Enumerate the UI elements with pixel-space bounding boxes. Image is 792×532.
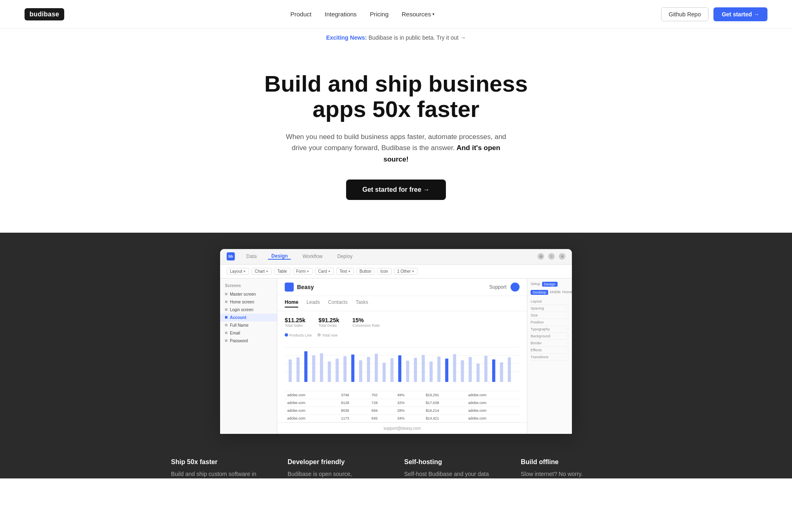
card-btn[interactable]: Card +: [315, 268, 334, 275]
sidebar-item-label: Login screen: [230, 308, 253, 312]
panel-tab-design[interactable]: Design: [542, 282, 558, 287]
app-nav-tab-home[interactable]: Home: [285, 299, 298, 308]
announcement-banner: Exciting News: Budibase is in public bet…: [0, 29, 792, 47]
panel-row-layout[interactable]: Layout ›: [531, 298, 569, 305]
panel-tabs: Setup Design: [531, 282, 569, 287]
app-toolbar-logo: bb: [227, 252, 235, 260]
button-btn[interactable]: Button: [356, 268, 375, 275]
panel-tab-home[interactable]: Home: [562, 290, 572, 295]
tab-design[interactable]: Design: [268, 253, 291, 260]
chart-btn[interactable]: Chart +: [252, 268, 272, 275]
svg-rect-19: [406, 361, 410, 382]
panel-row-size[interactable]: Size ›: [531, 312, 569, 319]
tab-workflow[interactable]: Workflow: [299, 254, 326, 259]
tab-deploy[interactable]: Deploy: [334, 254, 356, 259]
sidebar-item-master[interactable]: Master screen: [220, 290, 277, 298]
other-btn[interactable]: 1 Other +: [394, 268, 418, 275]
app-nav-tab-leads[interactable]: Leads: [306, 299, 320, 308]
panel-row-effects[interactable]: Effects ›: [531, 347, 569, 354]
layout-btn[interactable]: Layout +: [227, 268, 249, 275]
nav-pricing[interactable]: Pricing: [370, 11, 389, 18]
svg-rect-7: [312, 355, 315, 382]
feature-ship-faster-heading: Ship 50x faster: [171, 458, 271, 466]
sidebar-item-password[interactable]: Password: [220, 337, 277, 345]
svg-rect-27: [469, 357, 472, 382]
legend-item-1: Products Line: [285, 333, 312, 337]
svg-rect-6: [304, 351, 308, 382]
nav-resources-dropdown[interactable]: Resources ▾: [402, 11, 435, 18]
hero-cta-button[interactable]: Get started for free →: [346, 180, 446, 200]
svg-rect-16: [382, 363, 386, 382]
chevron-right-icon: ›: [567, 348, 569, 352]
chevron-right-icon: ›: [567, 313, 569, 317]
chevron-right-icon: ›: [567, 355, 569, 359]
svg-rect-13: [359, 360, 362, 382]
panel-row-spacing[interactable]: Spacing ›: [531, 305, 569, 312]
panel-row-position-label: Position: [531, 320, 544, 324]
app-header-left: Beasy: [285, 283, 314, 292]
stat-total-sales: $11.25k Total Sales: [285, 317, 306, 328]
sidebar-item-account[interactable]: Account: [220, 314, 277, 321]
close-icon[interactable]: ✕: [559, 253, 565, 260]
app-nav-tab-contacts[interactable]: Contacts: [328, 299, 347, 308]
svg-rect-30: [492, 359, 495, 382]
stat-conversion-rate-value: 15%: [352, 317, 380, 323]
app-brand-name: Beasy: [297, 284, 314, 290]
sidebar-item-home[interactable]: Home screen: [220, 298, 277, 306]
tab-data[interactable]: Data: [243, 254, 260, 259]
svg-rect-12: [351, 355, 355, 382]
panel-tab-mobile[interactable]: Mobile: [550, 290, 561, 295]
panel-tab-desktop[interactable]: Desktop: [531, 290, 548, 295]
github-repo-button[interactable]: Github Repo: [661, 7, 709, 21]
panel-row-size-label: Size: [531, 313, 538, 317]
svg-rect-11: [344, 356, 347, 382]
sidebar-item-icon: [225, 293, 227, 295]
sidebar-item-icon: [225, 339, 227, 342]
sidebar-item-label: Full Name: [230, 323, 249, 328]
table-btn[interactable]: Table: [274, 268, 290, 275]
panel-device-tabs: Desktop Mobile Home Active Selected: [531, 290, 569, 295]
sidebar-item-fullname[interactable]: Full Name: [220, 321, 277, 329]
panel-row-typography-label: Typography: [531, 327, 550, 331]
app-preview-wrapper: bb Data Design Workflow Deploy ⚙ ? ✕ Lay…: [220, 249, 572, 434]
svg-rect-8: [320, 353, 323, 382]
svg-rect-17: [390, 358, 394, 382]
hero-heading-line1: Build and ship business: [264, 71, 528, 97]
sidebar-item-login[interactable]: Login screen: [220, 306, 277, 314]
announcement-link[interactable]: Exciting News:: [326, 34, 367, 41]
svg-rect-26: [461, 360, 464, 382]
svg-rect-20: [414, 358, 417, 382]
feature-ship-faster-desc: Build and ship custom software in: [171, 470, 271, 478]
get-started-nav-button[interactable]: Get started →: [713, 7, 767, 21]
nav-logo[interactable]: budibase: [25, 8, 64, 20]
panel-row-typography[interactable]: Typography ›: [531, 326, 569, 333]
settings-icon[interactable]: ⚙: [538, 253, 544, 260]
panel-row-background[interactable]: Background ›: [531, 333, 569, 340]
app-footer: support@beasy.com: [277, 422, 527, 434]
panel-tab-setup[interactable]: Setup: [531, 282, 540, 287]
text-btn[interactable]: Text +: [336, 268, 354, 275]
sidebar-item-icon: [225, 324, 227, 326]
app-subtoolbar: Layout + Chart + Table Form + Card + Tex…: [220, 265, 572, 278]
panel-row-effects-label: Effects: [531, 348, 542, 352]
sidebar-item-email[interactable]: Email: [220, 329, 277, 337]
nav-product[interactable]: Product: [290, 11, 312, 18]
panel-row-spacing-label: Spacing: [531, 306, 544, 310]
app-header-right: Support: [489, 283, 520, 292]
screenshot-section: bb Data Design Workflow Deploy ⚙ ? ✕ Lay…: [0, 233, 792, 478]
sidebar-item-icon: [225, 308, 227, 311]
panel-row-transitions[interactable]: Transitions ›: [531, 354, 569, 361]
app-brand-logo: [285, 283, 294, 292]
stat-total-deals-value: $91.25k: [319, 317, 340, 323]
help-icon[interactable]: ?: [548, 253, 555, 260]
icon-btn[interactable]: Icon: [377, 268, 392, 275]
feature-dev-friendly-desc: Budibase is open source,: [288, 470, 388, 478]
sidebar-item-label: Master screen: [230, 292, 256, 296]
panel-row-position[interactable]: Position ›: [531, 319, 569, 326]
nav-integrations[interactable]: Integrations: [324, 11, 356, 18]
form-btn[interactable]: Form +: [293, 268, 313, 275]
app-nav-tab-tasks[interactable]: Tasks: [356, 299, 368, 308]
sidebar-item-label: Password: [230, 339, 248, 343]
nav-resources-label: Resources: [402, 11, 431, 18]
panel-row-border[interactable]: Border ›: [531, 340, 569, 347]
